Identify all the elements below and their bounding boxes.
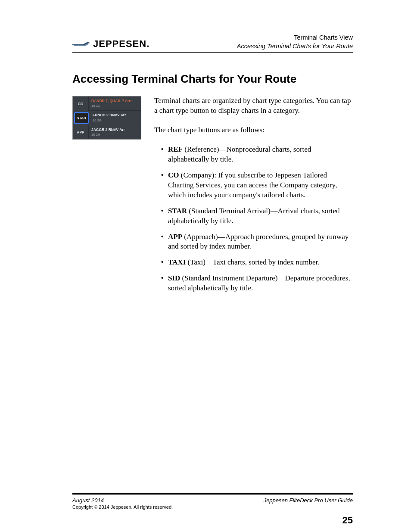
footer-row: August 2014 Copyright © 2014 Jeppesen. A… xyxy=(72,497,353,510)
item-bold: SID xyxy=(168,274,180,282)
header-line2: Accessing Terminal Charts for Your Route xyxy=(237,42,353,51)
chart-item-title: DANDD 7, QUAIL 7 Arrs xyxy=(91,99,138,103)
footer-date: August 2014 xyxy=(72,497,173,504)
logo-text-main: JEPPESEN xyxy=(93,38,146,49)
item-rest: (Standard Terminal Arrival)—Arrival char… xyxy=(168,207,340,225)
wing-icon xyxy=(72,41,90,47)
list-item: CO (Company): If you subscribe to Jeppes… xyxy=(167,171,353,200)
list-item[interactable]: JAGGR 2 RNAV Arr 10-2H xyxy=(89,125,141,139)
widget-row: STAR FRNCH 2 RNAV Arr 10-2G xyxy=(73,111,141,125)
logo-text: JEPPESEN. xyxy=(93,38,149,50)
footer-copyright: Copyright © 2014 Jeppesen. All rights re… xyxy=(72,504,173,510)
chart-item-title: FRNCH 2 RNAV Arr xyxy=(93,113,138,117)
item-rest: (Standard Instrument Departure)—Departur… xyxy=(168,274,350,292)
page: JEPPESEN. Terminal Charts View Accessing… xyxy=(0,0,411,532)
list-item: SID (Standard Instrument Departure)—Depa… xyxy=(167,274,353,293)
item-bold: STAR xyxy=(168,207,187,215)
widget-row: APP JAGGR 2 RNAV Arr 10-2H xyxy=(73,125,141,139)
tab-co[interactable]: CO xyxy=(73,96,89,111)
chart-item-index: 10-2C xyxy=(91,104,138,108)
chart-item-title: JAGGR 2 RNAV Arr xyxy=(91,128,138,132)
list-item: STAR (Standard Terminal Arrival)—Arrival… xyxy=(167,206,353,226)
item-rest: (Approach)—Approach procedures, grouped … xyxy=(168,233,349,251)
widget-row: CO DANDD 7, QUAIL 7 Arrs 10-2C xyxy=(73,96,141,111)
tab-star[interactable]: STAR xyxy=(74,112,89,124)
logo-dot: . xyxy=(146,38,149,49)
item-rest: (Company): If you subscribe to Jeppesen … xyxy=(168,171,337,199)
list-item[interactable]: DANDD 7, QUAIL 7 Arrs 10-2C xyxy=(89,96,141,111)
body-column: Terminal charts are organized by chart t… xyxy=(154,96,353,299)
page-number: 25 xyxy=(342,515,353,526)
section-title: Accessing Terminal Charts for Your Route xyxy=(72,72,353,86)
item-bold: REF xyxy=(168,145,183,153)
list-item: REF (Reference)—Nonprocedural charts, so… xyxy=(167,145,353,165)
item-bold: APP xyxy=(168,233,182,241)
footer-guide: Jeppesen FliteDeck Pro User Guide xyxy=(264,497,353,504)
page-header: JEPPESEN. Terminal Charts View Accessing… xyxy=(72,34,353,53)
intro-para-2: The chart type buttons are as follows: xyxy=(154,125,353,135)
chart-type-list: REF (Reference)—Nonprocedural charts, so… xyxy=(154,145,353,293)
chart-type-widget: CO DANDD 7, QUAIL 7 Arrs 10-2C STAR FRNC… xyxy=(72,96,141,140)
chart-item-index: 10-2G xyxy=(93,118,138,122)
chart-item-index: 10-2H xyxy=(91,133,138,137)
list-item[interactable]: FRNCH 2 RNAV Arr 10-2G xyxy=(90,111,141,125)
footer-rule xyxy=(72,493,353,495)
footer-left: August 2014 Copyright © 2014 Jeppesen. A… xyxy=(72,497,173,510)
page-footer: August 2014 Copyright © 2014 Jeppesen. A… xyxy=(72,493,353,510)
item-bold: CO xyxy=(168,171,179,179)
list-item: TAXI (Taxi)—Taxi charts, sorted by index… xyxy=(167,258,353,268)
item-rest: (Reference)—Nonprocedural charts, sorted… xyxy=(168,145,311,163)
header-right: Terminal Charts View Accessing Terminal … xyxy=(237,34,353,50)
intro-para-1: Terminal charts are organized by chart t… xyxy=(154,96,353,116)
item-bold: TAXI xyxy=(168,258,186,266)
tab-app[interactable]: APP xyxy=(73,125,89,139)
logo: JEPPESEN. xyxy=(72,38,149,50)
header-line1: Terminal Charts View xyxy=(237,34,353,42)
content-row: CO DANDD 7, QUAIL 7 Arrs 10-2C STAR FRNC… xyxy=(72,96,353,299)
list-item: APP (Approach)—Approach procedures, grou… xyxy=(167,232,353,252)
item-rest: (Taxi)—Taxi charts, sorted by index numb… xyxy=(186,258,319,266)
